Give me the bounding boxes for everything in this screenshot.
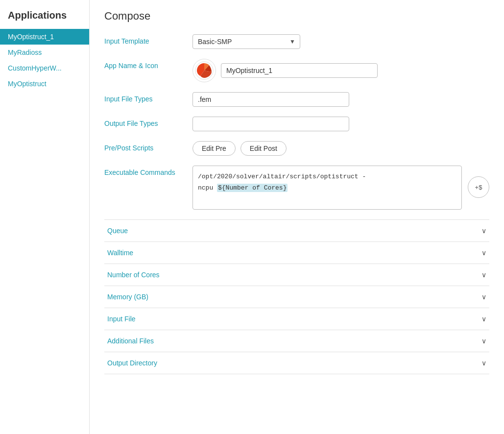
chevron-down-icon: ∨ [481,337,486,345]
edit-pre-button[interactable]: Edit Pre [192,141,236,156]
accordion-header-number-of-cores[interactable]: Number of Cores∨ [104,264,489,286]
input-template-label: Input Template [104,34,192,45]
sidebar-item-myoptistruct[interactable]: MyOptistruct [0,76,89,92]
output-file-types-input[interactable] [192,117,349,131]
accordion-header-input-file[interactable]: Input File∨ [104,308,489,330]
output-file-types-label: Output File Types [104,117,192,127]
sidebar: Applications MyOptistruct_1MyRadiossCust… [0,0,90,434]
sidebar-item-myoptistruct1[interactable]: MyOptistruct_1 [0,29,89,45]
app-name-icon-label: App Name & Icon [104,59,192,70]
accordion-label-additional-files: Additional Files [107,337,154,345]
add-variable-button[interactable]: +$ [468,176,489,198]
accordion-section-number-of-cores: Number of Cores∨ [104,264,489,286]
accordion-label-memory-gb: Memory (GB) [107,293,148,301]
input-template-control: Basic-SMPMPIOpenMP ▼ [192,34,489,49]
input-template-row: Input Template Basic-SMPMPIOpenMP ▼ [104,34,489,49]
accordion-header-output-directory[interactable]: Output Directory∨ [104,352,489,374]
accordion-section-output-directory: Output Directory∨ [104,352,489,374]
accordion-section-memory-gb: Memory (GB)∨ [104,286,489,308]
executable-commands-display[interactable]: /opt/2020/solver/altair/scripts/optistru… [192,166,462,210]
pre-post-scripts-label: Pre/Post Scripts [104,141,192,152]
app-name-input[interactable] [221,63,378,78]
executable-commands-row: Executable Commands /opt/2020/solver/alt… [104,166,489,210]
app-name-icon-row: App Name & Icon [104,59,489,82]
input-template-select-wrapper: Basic-SMPMPIOpenMP ▼ [192,34,300,49]
accordion-container: Queue∨Walltime∨Number of Cores∨Memory (G… [104,219,489,374]
accordion-label-queue: Queue [107,227,128,235]
chevron-down-icon: ∨ [481,249,486,257]
chevron-down-icon: ∨ [481,359,486,367]
accordion-section-queue: Queue∨ [104,220,489,242]
accordion-header-queue[interactable]: Queue∨ [104,220,489,241]
exec-variable: ${Number of Cores} [217,184,288,192]
input-template-select[interactable]: Basic-SMPMPIOpenMP [192,34,300,49]
accordion-section-walltime: Walltime∨ [104,242,489,264]
accordion-header-memory-gb[interactable]: Memory (GB)∨ [104,286,489,308]
sidebar-title: Applications [0,5,89,29]
executable-commands-area: /opt/2020/solver/altair/scripts/optistru… [192,166,489,210]
pre-post-scripts-control: Edit Pre Edit Post [192,141,489,156]
app-logo-svg [195,61,214,80]
input-file-types-control [192,92,489,107]
main-content: Compose Input Template Basic-SMPMPIOpenM… [90,0,504,434]
accordion-header-walltime[interactable]: Walltime∨ [104,242,489,264]
chevron-down-icon: ∨ [481,271,486,279]
chevron-down-icon: ∨ [481,315,486,323]
output-file-types-row: Output File Types [104,117,489,131]
sidebar-item-customhyperw[interactable]: CustomHyperW... [0,60,89,76]
accordion-section-input-file: Input File∨ [104,308,489,330]
accordion-header-additional-files[interactable]: Additional Files∨ [104,330,489,352]
output-file-types-control [192,117,489,131]
sidebar-item-myradioss[interactable]: MyRadioss [0,45,89,60]
accordion-label-output-directory: Output Directory [107,359,157,367]
page-title: Compose [104,10,489,23]
input-file-types-row: Input File Types [104,92,489,107]
app-name-icon-control [192,59,489,82]
input-file-types-input[interactable] [192,92,349,107]
pre-post-scripts-row: Pre/Post Scripts Edit Pre Edit Post [104,141,489,156]
chevron-down-icon: ∨ [481,227,486,235]
input-file-types-label: Input File Types [104,92,192,103]
chevron-down-icon: ∨ [481,293,486,301]
edit-post-button[interactable]: Edit Post [240,141,287,156]
accordion-section-additional-files: Additional Files∨ [104,330,489,352]
exec-line1: /opt/2020/solver/altair/scripts/optistru… [198,173,366,180]
accordion-label-walltime: Walltime [107,249,133,257]
accordion-label-input-file: Input File [107,315,136,323]
accordion-label-number-of-cores: Number of Cores [107,271,160,279]
app-icon[interactable] [192,59,216,82]
executable-commands-label: Executable Commands [104,166,192,176]
exec-line2-prefix: ncpu [198,184,217,192]
